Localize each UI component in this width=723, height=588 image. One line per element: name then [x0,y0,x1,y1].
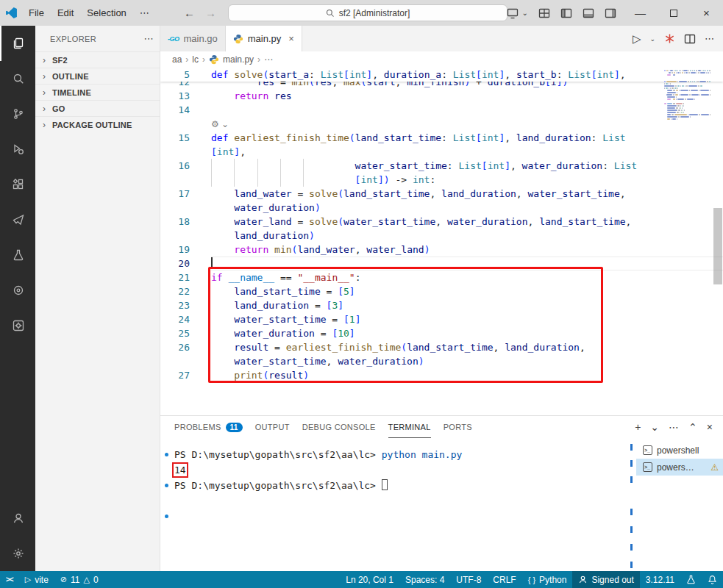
activity-manage-icon[interactable] [0,536,35,571]
activity-bar-bottom [0,501,35,571]
status-cursor-position[interactable]: Ln 20, Col 1 [340,571,399,588]
tab-main-py[interactable]: main.py× [226,26,302,51]
more-icon[interactable]: ⋯ [669,421,679,433]
code-line[interactable]: 14 [160,103,723,117]
sidebar-section-sf2[interactable]: ›SF2 [35,51,160,68]
activity-run-and-debug-icon[interactable] [0,132,35,167]
menu-item-selection[interactable]: Selection [80,0,132,26]
menu-item-[interactable]: ⋯ [133,0,156,26]
status-encoding[interactable]: UTF-8 [450,571,487,588]
menu-item-edit[interactable]: Edit [51,0,80,26]
activity-source-control-icon[interactable] [0,96,35,132]
status-eol[interactable]: CRLF [487,571,521,588]
status-remote-indicator[interactable]: >< [0,571,19,588]
activity-testing-icon[interactable] [0,237,35,273]
maximize-panel-icon[interactable]: ⌃ [688,421,697,433]
code-line[interactable]: water_duration) [160,201,723,215]
status-problems-status[interactable]: ⊘11△0 [54,571,104,588]
panel-tab-terminal[interactable]: TERMINAL [388,416,431,438]
activity-search-icon[interactable] [0,61,35,96]
sidebar-more-icon[interactable]: ⋯ [144,33,154,44]
play-icon: ▷ [25,575,31,584]
code-line[interactable]: 17 land_water = solve(land_start_time, l… [160,187,723,201]
profile-dropdown-icon[interactable]: ⌄ [650,421,659,433]
activity-tools-icon[interactable] [0,308,35,343]
code-line[interactable]: 15def earliest_finish_time(land_start_ti… [160,131,723,145]
status-beaker[interactable] [680,571,702,588]
panel-bottom-icon[interactable] [583,7,594,19]
panel-tab-problems[interactable]: PROBLEMS11 [174,416,243,438]
status-language-mode[interactable]: { }Python [522,571,573,588]
sidebar-section-package-outline[interactable]: ›PACKAGE OUTLINE [35,116,160,132]
code-line[interactable]: 19 return min(land_water, water_land) [160,243,723,257]
inline-gear-icon[interactable]: ⚙ ⌄ [211,119,229,129]
code-text: water_start_time: List[int], water_durat… [211,159,723,173]
code-line[interactable]: 16water_start_time: List[int], water_dur… [160,159,723,173]
code-line[interactable]: 18 water_land = solve(water_start_time, … [160,215,723,229]
sidebar-section-timeline[interactable]: ›TIMELINE [35,84,160,100]
breadcrumb-item[interactable]: main.py [223,54,254,65]
maximize-button[interactable] [657,0,690,26]
status-notifications[interactable] [702,571,723,588]
close-panel-icon[interactable]: × [707,421,713,433]
bell-icon [708,575,717,584]
sidebar-section-go[interactable]: ›GO [35,100,160,116]
red-annotation-rectangle [208,267,603,383]
activity-accounts-icon[interactable] [0,501,35,536]
panel-tab-output[interactable]: OUTPUT [255,416,290,438]
code-line[interactable]: [int], [160,145,723,159]
terminal-list-item[interactable]: >_powers…⚠ [636,459,723,476]
nav-forward-icon[interactable]: → [205,7,216,19]
remote-window-icon[interactable] [507,7,519,19]
run-dropdown-icon[interactable]: ⌄ [649,35,655,43]
close-button[interactable]: × [690,0,723,26]
sidebar-right-icon[interactable] [605,7,616,19]
minimap-line [664,98,711,100]
new-terminal-icon[interactable]: + [635,421,641,433]
line-number [160,354,211,368]
status-run-task-vite[interactable]: ▷vite [19,571,54,588]
nav-back-icon[interactable]: ← [184,7,195,19]
status-python-version[interactable]: 3.12.11 [640,571,680,588]
activity-extensions-icon[interactable] [0,167,35,202]
code-line[interactable]: ⚙ ⌄ [160,117,723,131]
code-editor[interactable]: 5def solve(start_a: List[int], duration_… [160,68,723,415]
editor-scrollbar[interactable] [713,208,722,284]
panel-tab-debug-console[interactable]: DEBUG CONSOLE [302,416,376,438]
status-signed-out[interactable]: Signed out [572,571,639,588]
breadcrumb-item[interactable]: lc [192,54,199,65]
code-line[interactable]: 5def solve(start_a: List[int], duration_… [160,68,723,82]
sidebar-left-icon[interactable] [560,7,572,19]
red-star-icon[interactable] [664,33,675,44]
code-line[interactable]: 13 return res [160,89,723,103]
command-center-search[interactable]: sf2 [Administrator] [228,4,507,21]
activity-record-icon[interactable] [0,273,35,308]
line-number: 18 [160,215,211,229]
run-python-icon[interactable]: ▷ [633,32,641,46]
editor-tab-bar: ‑GOmain.gomain.py× ▷⌄⋯ [160,26,723,51]
tab-close-icon[interactable]: × [288,33,294,44]
activity-chat-icon[interactable] [0,202,35,237]
code-text: return res [211,89,723,103]
breadcrumb-item[interactable]: ⋯ [264,54,273,65]
more-icon[interactable]: ⋯ [705,33,714,44]
tab-main-go[interactable]: ‑GOmain.go [160,26,226,51]
code-line[interactable]: land_duration) [160,229,723,243]
activity-explorer-icon[interactable] [0,26,35,61]
minimap[interactable] [664,70,711,121]
terminal-list: >_powershell>_powers…⚠ [636,438,723,571]
code-text: res = min(res, max(start, min_finish) + … [211,82,723,89]
status-indentation[interactable]: Spaces: 4 [399,571,450,588]
panel-tab-ports[interactable]: PORTS [444,416,472,438]
code-line[interactable]: 12 res = min(res, max(start, min_finish)… [160,82,723,89]
minimize-button[interactable]: — [624,0,657,26]
terminal[interactable]: PS D:\mysetup\gopath\src\sf2\aa\lc> pyth… [160,438,629,571]
indent-guide [303,159,326,173]
breadcrumb-item[interactable]: aa [172,54,182,65]
code-line[interactable]: [int]) -> int: [160,173,723,187]
layout-grid-icon[interactable] [538,7,550,19]
split-editor-icon[interactable] [684,33,696,45]
terminal-list-item[interactable]: >_powershell [636,442,723,459]
menu-item-file[interactable]: File [22,0,51,26]
sidebar-section-outline[interactable]: ›OUTLINE [35,68,160,84]
